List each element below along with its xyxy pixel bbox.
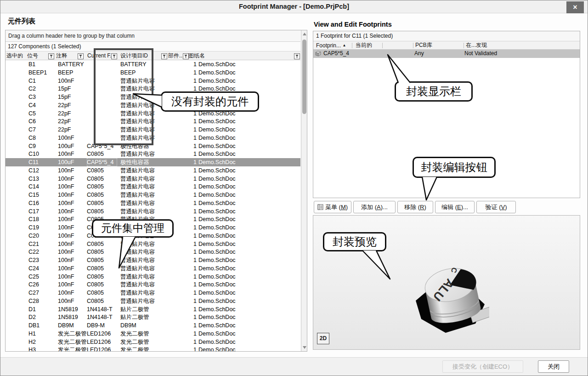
cell: C0805: [87, 191, 117, 199]
cell: Demo.SchDoc: [198, 297, 242, 305]
cell: C17: [28, 207, 55, 216]
footprint-menu-button[interactable]: 菜单 (M): [314, 201, 351, 213]
filter-icon[interactable]: [48, 53, 54, 59]
callout-no-footprint: 没有封装的元件: [161, 91, 259, 112]
cell: 100nF: [58, 264, 85, 273]
cell: Demo.SchDoc: [198, 142, 242, 150]
cell: 贴片二极管: [120, 313, 185, 321]
2d-mode-button[interactable]: 2D: [317, 333, 329, 344]
cell: 普通贴片电容: [120, 166, 185, 175]
table-row[interactable]: C21100nFC0805普通贴片电容1Demo.SchDoc: [6, 240, 300, 248]
table-row[interactable]: C15100nFC0805普通贴片电容1Demo.SchDoc: [6, 191, 300, 199]
cell: Demo.SchDoc: [198, 256, 242, 264]
table-row[interactable]: C28100nFC0805普通贴片电容1Demo.SchDoc: [6, 297, 300, 305]
cell: C5: [28, 109, 55, 118]
cell: 普通贴片电容: [120, 256, 185, 264]
cell: 22pF: [58, 117, 85, 125]
cell: Demo.SchDoc: [198, 191, 242, 199]
column-header-5[interactable]: 部件...: [168, 51, 184, 60]
cell: Demo.SchDoc: [198, 199, 242, 207]
table-row[interactable]: C27100nFC0805普通贴片电容1Demo.SchDoc: [6, 289, 300, 297]
column-header-0[interactable]: 选中的: [6, 51, 23, 60]
column-header-2[interactable]: 注释: [56, 51, 67, 60]
scroll-up-arrow[interactable]: [302, 31, 307, 37]
cell: C23: [28, 256, 55, 264]
close-button[interactable]: ×: [566, 1, 584, 13]
menu-icon: [317, 204, 325, 211]
filter-icon[interactable]: [161, 53, 167, 59]
cell: 1: [188, 60, 197, 68]
footprint-validate-button[interactable]: 验证 (V): [476, 201, 516, 213]
table-row[interactable]: H1发光二极管LED1206发光二极管1Demo.SchDoc: [6, 330, 300, 338]
footprint-foundin-cell: Not Validated: [464, 50, 497, 58]
sort-asc-icon: ▲: [342, 43, 346, 47]
annotation-highlight-box: [94, 48, 153, 145]
cell: 普通贴片电容: [120, 182, 185, 191]
cell: 普通贴片电容: [120, 199, 185, 207]
footprint-edit-button[interactable]: 编辑 (E)...: [435, 201, 475, 213]
table-row[interactable]: C25100nFC0805普通贴片电容1Demo.SchDoc: [6, 273, 300, 281]
cell: 1N4148-T: [87, 305, 117, 313]
cell: H3: [28, 346, 55, 351]
cell: 100nF: [58, 232, 85, 240]
col-found-in[interactable]: 在...发现: [466, 41, 487, 50]
table-row[interactable]: C22100nFC0805普通贴片电容1Demo.SchDoc: [6, 248, 300, 256]
col-pcb-library[interactable]: PCB库: [415, 41, 432, 50]
table-row[interactable]: C16100nFC0805普通贴片电容1Demo.SchDoc: [6, 199, 300, 207]
column-header-1[interactable]: 位号: [27, 51, 38, 60]
cell: C28: [28, 297, 55, 305]
cell: Demo.SchDoc: [198, 125, 242, 134]
cell: 1: [188, 182, 197, 191]
cell: Demo.SchDoc: [198, 264, 242, 273]
cell: 1: [188, 175, 197, 183]
table-row[interactable]: C13100nFC0805普通贴片电容1Demo.SchDoc: [6, 175, 300, 183]
cell: H2: [28, 338, 55, 346]
cell: 1: [188, 321, 197, 330]
cell: Demo.SchDoc: [198, 215, 242, 223]
table-row[interactable]: DB1DB9MDB9-MDB9M1Demo.SchDoc: [6, 321, 300, 330]
column-header-6[interactable]: 图纸名: [188, 51, 205, 60]
cell: 1: [188, 166, 197, 175]
scroll-thumb[interactable]: [302, 40, 306, 114]
cell: 1: [188, 77, 197, 85]
cell: C0805: [87, 175, 117, 183]
table-row[interactable]: D11N58191N4148-T贴片二极管1Demo.SchDoc: [6, 305, 300, 313]
cell: C0805: [87, 264, 117, 273]
table-row[interactable]: H3发光二极管LED1206发光二极管1Demo.SchDoc: [6, 346, 300, 351]
cell: LED1206: [87, 330, 117, 338]
table-row[interactable]: C11100uFCAP5*5_4极性电容器1Demo.SchDoc: [6, 158, 300, 166]
table-row[interactable]: C12100nFC0805普通贴片电容1Demo.SchDoc: [6, 166, 300, 175]
scroll-down-arrow[interactable]: [302, 345, 307, 350]
vertical-scrollbar[interactable]: [301, 30, 307, 351]
table-row[interactable]: H2发光二极管LED1206发光二极管1Demo.SchDoc: [6, 338, 300, 346]
cell: C21: [28, 240, 55, 248]
filter-icon[interactable]: [294, 53, 300, 59]
footprint-add-button[interactable]: 添加 (A)...: [353, 201, 396, 213]
cell: C2: [28, 85, 55, 93]
footprint-manager-dialog: Footprint Manager - [Demo.PrjPcb] × 元件列表…: [0, 0, 588, 376]
cell: C8: [28, 134, 55, 142]
footprint-remove-button[interactable]: 移除 (R): [397, 201, 433, 213]
dialog-close-button[interactable]: 关闭: [538, 360, 569, 373]
cell: 1: [188, 68, 197, 77]
cell: 15pF: [58, 85, 85, 93]
col-current[interactable]: 当前的: [356, 41, 372, 50]
table-row[interactable]: C14100nFC0805普通贴片电容1Demo.SchDoc: [6, 182, 300, 191]
group-by-drop-zone[interactable]: Drag a column header here to group by th…: [6, 30, 300, 42]
cell: 1: [188, 207, 197, 216]
table-row[interactable]: C10100nFC0805普通贴片电容1Demo.SchDoc: [6, 150, 300, 158]
table-row[interactable]: C23100nFC0805普通贴片电容1Demo.SchDoc: [6, 256, 300, 264]
table-row[interactable]: C17100nFC0805普通贴片电容1Demo.SchDoc: [6, 207, 300, 216]
cell: 1: [188, 280, 197, 289]
filter-icon[interactable]: [78, 53, 84, 59]
footprint-row[interactable]: CAP5*5_4 Any Not Validated: [313, 50, 580, 58]
header-separator: [464, 43, 464, 48]
accept-changes-button[interactable]: 接受变化（创建ECO）: [442, 360, 523, 373]
table-row[interactable]: D21N58191N4148-T贴片二极管1Demo.SchDoc: [6, 313, 300, 321]
cell: 100nF: [58, 273, 85, 281]
table-row[interactable]: C26100nFC0805普通贴片电容1Demo.SchDoc: [6, 280, 300, 289]
table-row[interactable]: C24100nFC0805普通贴片电容1Demo.SchDoc: [6, 264, 300, 273]
title-bar[interactable]: Footprint Manager - [Demo.PrjPcb] ×: [0, 0, 588, 13]
col-footprint-name[interactable]: Footprin... ▲: [316, 41, 346, 50]
footprint-pcblib-cell: Any: [414, 50, 424, 58]
